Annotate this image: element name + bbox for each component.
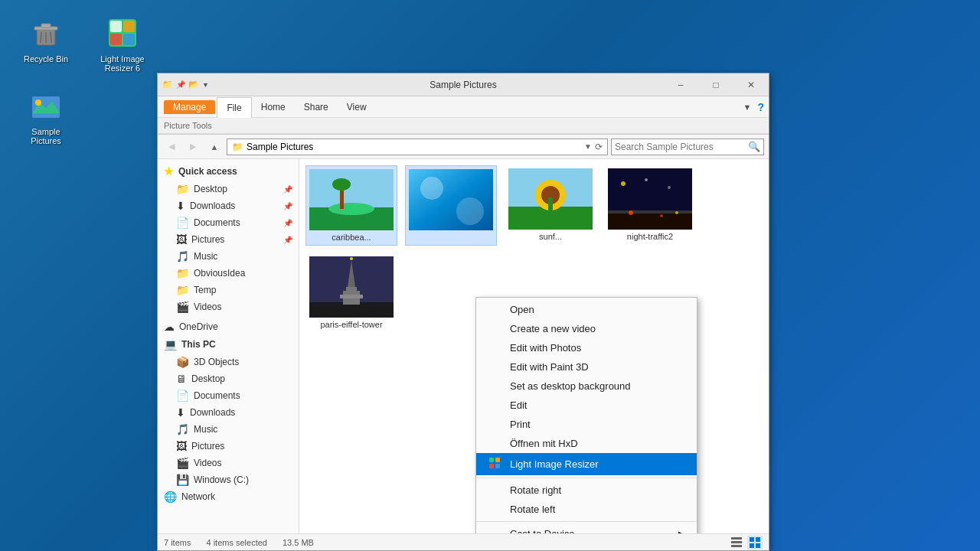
ctx-create-video-label: Create a new video (510, 323, 596, 334)
file-sunflower[interactable]: sunf... (505, 165, 596, 246)
onedrive-item[interactable]: ☁ OneDrive (158, 318, 299, 335)
sidebar-item-this-pc-videos[interactable]: 🎬 Videos (158, 455, 299, 471)
sidebar-item-obviousidea[interactable]: 📁 ObviousIdea (158, 265, 299, 282)
address-path[interactable]: 📁 Sample Pictures ▼ ⟳ (227, 139, 608, 155)
quick-access-pin-icon[interactable]: 📌 (176, 80, 185, 89)
svg-rect-32 (608, 210, 692, 214)
onedrive-icon: ☁ (164, 321, 175, 333)
svg-rect-42 (343, 298, 360, 305)
quick-access-section: ★ Quick access 📁 Desktop 📌 ⬇ Downloads 📌 (158, 162, 299, 315)
ctx-cast-label: Cast to Device (510, 528, 575, 533)
paris-thumbnail (309, 256, 394, 318)
sidebar-item-documents[interactable]: 📄 Documents 📌 (158, 214, 299, 231)
sidebar-downloads-label: Downloads (190, 201, 235, 211)
svg-point-35 (675, 211, 678, 214)
this-pc-header[interactable]: 💻 This PC (158, 335, 299, 354)
file-caribbean[interactable]: caribbea... (305, 165, 397, 246)
file-night-traffic[interactable]: night-traffic2 (604, 165, 696, 246)
file-paris[interactable]: paris-eiffel-tower (305, 253, 397, 332)
sidebar-pictures-label: Pictures (191, 234, 224, 245)
ctx-cast-device[interactable]: Cast to Device ▶ (476, 524, 697, 533)
pin-icon: 📌 (283, 185, 292, 194)
sidebar-item-this-pc-music[interactable]: 🎵 Music (158, 421, 299, 438)
network-item[interactable]: 🌐 Network (158, 488, 299, 505)
quick-access-folder-icon[interactable]: 📁 (162, 80, 173, 90)
close-button[interactable]: ✕ (733, 73, 769, 96)
file-blue-selected[interactable] (405, 165, 497, 246)
up-button[interactable]: ▲ (205, 138, 224, 156)
sidebar-item-this-pc-documents[interactable]: 📄 Documents (158, 387, 299, 404)
ctx-edit-photos[interactable]: Edit with Photos (476, 338, 697, 357)
sidebar-this-pc-documents-label: Documents (194, 390, 240, 401)
pin-icon-documents: 📌 (283, 219, 292, 227)
minimize-button[interactable]: – (663, 73, 698, 96)
quick-access-dropdown-icon[interactable]: ▼ (202, 81, 209, 89)
sidebar-item-this-pc-desktop[interactable]: 🖥 Desktop (158, 370, 299, 387)
sidebar-item-this-pc-pictures[interactable]: 🖼 Pictures (158, 438, 299, 455)
sidebar-item-music[interactable]: 🎵 Music (158, 248, 299, 265)
ctx-rotate-right[interactable]: Rotate right (476, 481, 697, 500)
quick-access-header[interactable]: ★ Quick access (158, 162, 299, 181)
ribbon-tabs: Manage File Home Share View ▼ ? (158, 96, 769, 118)
ctx-set-desktop[interactable]: Set as desktop background (476, 377, 697, 396)
quick-access-folder2-icon[interactable]: 📂 (188, 80, 199, 90)
ctx-edit-photos-label: Edit with Photos (510, 342, 581, 354)
temp-folder-icon: 📁 (176, 284, 189, 296)
svg-point-29 (621, 181, 626, 186)
manage-tab[interactable]: Manage (164, 100, 215, 114)
sidebar-3d-label: 3D Objects (194, 357, 239, 367)
maximize-button[interactable]: □ (698, 73, 733, 96)
windows-drive-icon: 💾 (176, 474, 189, 486)
tab-view[interactable]: View (338, 96, 376, 117)
svg-rect-62 (750, 543, 754, 548)
caribbean-thumbnail (309, 169, 394, 230)
ctx-edit-paint3d[interactable]: Edit with Paint 3D (476, 357, 697, 377)
sample-pictures-desktop-icon[interactable]: Sample Pictures (15, 84, 77, 148)
paris-label: paris-eiffel-tower (320, 320, 382, 329)
tab-file[interactable]: File (217, 97, 251, 118)
content-area[interactable]: caribbea... (299, 159, 769, 533)
tab-home[interactable]: Home (252, 96, 295, 117)
ctx-open-hxd[interactable]: Öffnen mit HxD (476, 434, 697, 453)
search-icon[interactable]: 🔍 (748, 141, 760, 152)
view-details-button[interactable] (729, 536, 744, 549)
ctx-open[interactable]: Open (476, 300, 697, 319)
search-input[interactable] (615, 142, 748, 152)
back-button[interactable]: ◀ (162, 138, 181, 156)
tab-share[interactable]: Share (295, 96, 338, 117)
sidebar-item-temp[interactable]: 📁 Temp (158, 282, 299, 298)
help-icon[interactable]: ? (757, 101, 764, 113)
svg-line-5 (51, 32, 51, 43)
sidebar-item-windows-c[interactable]: 💾 Windows (C:) (158, 471, 299, 488)
address-dropdown-icon[interactable]: ▼ (584, 142, 592, 151)
sidebar-item-pictures[interactable]: 🖼 Pictures 📌 (158, 231, 299, 248)
ctx-edit[interactable]: Edit (476, 396, 697, 415)
svg-rect-10 (123, 34, 135, 45)
address-refresh-icon[interactable]: ⟳ (595, 142, 603, 152)
view-tiles-button[interactable] (747, 536, 763, 549)
ctx-light-image-resizer[interactable]: Light Image Resizer (476, 453, 697, 475)
ctx-rotate-left[interactable]: Rotate left (476, 500, 697, 519)
address-bar: ◀ ▶ ▲ 📁 Sample Pictures ▼ ⟳ 🔍 (158, 135, 769, 159)
recycle-bin-icon[interactable]: Recycle Bin (15, 11, 77, 67)
downloads-icon: ⬇ (176, 200, 185, 212)
ctx-print[interactable]: Print (476, 415, 697, 434)
sidebar-item-downloads[interactable]: ⬇ Downloads 📌 (158, 197, 299, 214)
ribbon-collapse-icon[interactable]: ▼ (743, 103, 752, 112)
sidebar-item-desktop[interactable]: 📁 Desktop 📌 (158, 181, 299, 197)
quick-access-label: Quick access (178, 166, 237, 177)
light-image-resizer-icon[interactable]: Light Image Resizer 6 (92, 11, 153, 76)
sidebar-item-videos[interactable]: 🎬 Videos (158, 298, 299, 315)
explorer-window: 📁 📌 📂 ▼ Sample Pictures – □ ✕ Manage Fil… (157, 73, 769, 551)
ctx-create-video[interactable]: Create a new video (476, 319, 697, 338)
sunflower-thumbnail (508, 168, 593, 230)
forward-button[interactable]: ▶ (184, 138, 202, 156)
obviousidea-folder-icon: 📁 (176, 267, 189, 279)
svg-point-31 (668, 186, 671, 189)
sidebar-item-3d-objects[interactable]: 📦 3D Objects (158, 354, 299, 370)
search-box: 🔍 (611, 139, 764, 155)
this-pc-videos-icon: 🎬 (176, 457, 189, 469)
status-items: 7 items (164, 538, 191, 547)
sidebar-item-this-pc-downloads[interactable]: ⬇ Downloads (158, 404, 299, 421)
svg-rect-61 (756, 537, 760, 542)
